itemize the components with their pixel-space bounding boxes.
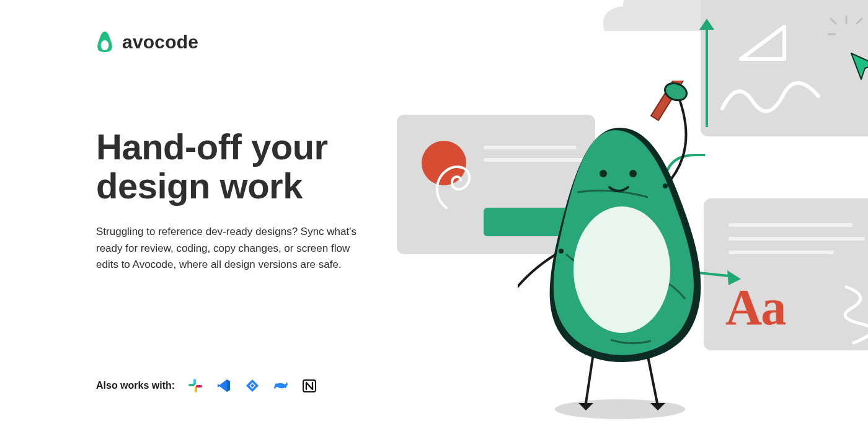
avocado-mascot: [518, 81, 747, 428]
brand-name: avocode: [122, 32, 198, 53]
triangle-icon: [735, 22, 790, 65]
landing-hero: avocode Hand-off your design work Strugg…: [0, 0, 868, 434]
svg-rect-2: [188, 384, 195, 386]
hero-left-column: avocode Hand-off your design work Strugg…: [96, 31, 394, 273]
svg-point-0: [101, 40, 109, 50]
svg-line-6: [831, 19, 836, 24]
notion-icon[interactable]: [301, 378, 317, 394]
vscode-icon[interactable]: [216, 378, 232, 394]
spiral-icon: [431, 155, 480, 211]
svg-point-16: [574, 206, 670, 333]
svg-point-19: [559, 249, 564, 254]
integration-icons: [187, 378, 317, 394]
hero-illustration: Aa: [384, 0, 868, 434]
slack-icon[interactable]: [187, 378, 203, 394]
scribble-icon: [841, 284, 868, 346]
svg-point-20: [663, 184, 668, 188]
confluence-icon[interactable]: [273, 378, 289, 394]
jira-icon[interactable]: [244, 378, 260, 394]
works-with-row: Also works with:: [96, 378, 317, 394]
cursor-icon: [849, 51, 868, 81]
brand-logo[interactable]: avocode: [96, 31, 394, 53]
cursor-dashes-icon: [828, 16, 865, 53]
hero-headline-line1: Hand-off your: [96, 126, 328, 167]
works-with-label: Also works with:: [96, 380, 175, 391]
hero-headline: Hand-off your design work: [96, 128, 394, 205]
svg-point-18: [629, 170, 637, 177]
text-lines-placeholder: [728, 223, 859, 264]
avocado-logo-icon: [96, 31, 113, 53]
hero-headline-line2: design work: [96, 166, 303, 206]
hero-subtext: Struggling to reference dev-ready design…: [96, 224, 363, 273]
svg-rect-4: [196, 385, 202, 388]
svg-point-11: [555, 399, 685, 419]
svg-line-8: [857, 19, 862, 24]
svg-point-17: [600, 170, 607, 177]
